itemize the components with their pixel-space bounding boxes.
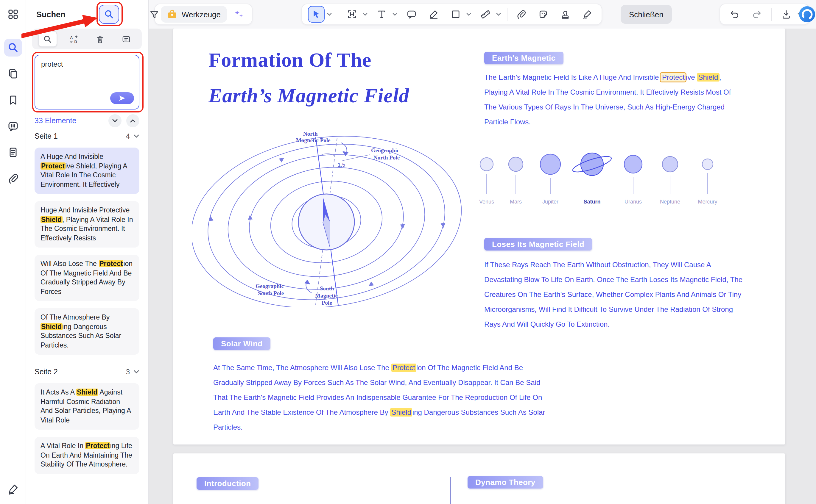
section-badge-solar-wind: Solar Wind [213,337,271,350]
search-result-item[interactable]: Will Also Lose The Protection Of The Mag… [35,255,139,301]
section-row-page-2[interactable]: Seite 2 3 [35,368,139,376]
svg-text:A: A [70,35,73,40]
next-result-button[interactable] [108,114,121,127]
left-icon-rail [0,0,26,504]
divider [507,8,507,21]
edit-frame-icon [347,9,357,20]
svg-text:B: B [74,39,77,44]
page-thumbnails-icon[interactable] [4,143,22,161]
section-label: Seite 2 [35,368,58,376]
app-window: Suchen AB protect [0,0,816,504]
comment-tool-button[interactable] [403,6,420,23]
section-count: 4 [126,132,130,140]
ruler-icon [480,9,491,20]
app-grid-icon[interactable] [4,5,22,23]
app-logo[interactable] [798,5,816,23]
search-result-item[interactable]: Huge And Invisible Protective Shield, Pl… [35,201,139,248]
paragraph-solar-wind: At The Same Time, The Atmosphere Will Al… [213,361,553,435]
results-count: 33 Elemente [35,117,104,125]
result-text: A Huge And Invisible Protective Shield, … [40,152,133,189]
measure-tool-button[interactable] [477,6,494,23]
highlighter-tool-button[interactable] [425,6,442,23]
subtab-replace-icon[interactable]: AB [64,31,83,47]
planets-row: VenusMarsJupiterSaturnUranusNeptuneMercu… [474,142,718,208]
tools-group: Werkzeuge [154,4,252,25]
square-shape-icon [450,9,461,20]
divider [338,8,338,21]
attachments-panel-icon[interactable] [4,170,22,187]
search-submit-button[interactable] [110,92,134,104]
signature-pen-icon[interactable] [4,480,22,498]
pdf-page-1: Formation Of The Earth’s Magnetic Field [173,29,785,444]
redo-icon [752,9,762,20]
svg-text:Saturn: Saturn [583,199,600,205]
label-geographic-south: Geographic [256,283,284,289]
section-row-page-1[interactable]: Seite 1 4 [35,132,139,140]
filter-icon[interactable] [148,8,161,21]
chevron-down-icon[interactable] [362,11,368,17]
search-result-item[interactable]: A Huge And Invisible Protective Shield, … [35,148,139,194]
search-subtoolbar: AB [32,29,142,49]
section-badge-loses-field: Loses Its Magnetic Field [484,238,592,251]
section-label: Seite 1 [35,132,58,140]
attach-tool-button[interactable] [513,6,529,23]
search-input[interactable]: protect [35,55,139,109]
search-panel-icon[interactable] [4,39,22,57]
search-mode-button[interactable] [99,5,119,24]
planet-saturn: Saturn [571,153,613,205]
column-divider [450,477,451,504]
chevron-up-icon [129,118,136,124]
svg-text:Neptune: Neptune [660,199,680,205]
prev-result-button[interactable] [126,114,139,127]
edit-frame-tool-button[interactable] [344,6,360,23]
results-list: Seite 1 4 A Huge And Invisible Protectiv… [35,132,139,504]
doc-title-line2: Earth’s Magnetic Field [209,84,409,107]
ai-sparkles-icon[interactable] [232,7,246,21]
label-geographic-north: Geographic [371,147,399,154]
chevron-down-icon [133,134,139,139]
subtab-delete-icon[interactable] [90,31,110,47]
redo-button[interactable] [749,6,765,23]
chevron-down-icon[interactable] [495,11,501,17]
chevron-down-icon[interactable] [466,11,472,17]
svg-text:Magnetic Pole: Magnetic Pole [296,137,331,143]
signature-tool-button[interactable] [579,6,595,23]
search-sidebar: Suchen AB protect [26,0,149,504]
search-result-item[interactable]: A Vital Role In Protecting Life On Earth… [35,437,139,474]
copy-document-icon[interactable] [4,65,22,83]
svg-text:Mercury: Mercury [698,199,717,205]
save-button[interactable] [778,6,795,23]
shapes-tool-button[interactable] [447,6,464,23]
svg-text:South Pole: South Pole [258,290,284,296]
stamp-tool-button[interactable] [557,6,573,23]
subtab-redact-icon[interactable] [117,31,136,47]
pdf-page-2: Introduction Dynamo Theory [173,453,785,504]
search-result-item[interactable]: Of The Atmosphere By Shielding Dangerous… [35,308,139,355]
select-tool-button[interactable] [308,6,325,23]
search-result-item[interactable]: It Acts As A Shield Against Harmful Cosm… [35,383,139,430]
result-text: Huge And Invisible Protective Shield, Pl… [40,206,133,243]
cursor-icon [311,9,322,20]
comments-panel-icon[interactable] [4,117,22,135]
tools-button-label: Werkzeuge [182,10,221,19]
svg-text:Magnetic: Magnetic [315,292,338,299]
result-text: Of The Atmosphere By Shielding Dangerous… [40,313,133,350]
undo-icon [729,9,740,20]
subtab-search-icon[interactable] [38,31,57,47]
signature-pen-icon [582,9,592,20]
chevron-down-icon[interactable] [326,11,332,17]
doc-title-line1: Formation Of The [209,49,371,71]
tools-menu-button[interactable]: Werkzeuge [161,6,227,23]
section-badge-earths-magnetic: Earth's Magnetic [484,52,563,64]
text-tool-button[interactable] [373,6,390,23]
divider [771,8,772,21]
save-download-icon [781,9,792,20]
bookmark-icon[interactable] [4,91,22,109]
svg-text:Uranus: Uranus [625,199,642,205]
sticker-tool-button[interactable] [535,6,551,23]
undo-button[interactable] [726,6,743,23]
close-button[interactable]: Schließen [621,5,672,24]
planet-mars: Mars [509,157,523,205]
chevron-down-icon[interactable] [392,11,398,17]
section-badge-introduction: Introduction [196,477,259,490]
